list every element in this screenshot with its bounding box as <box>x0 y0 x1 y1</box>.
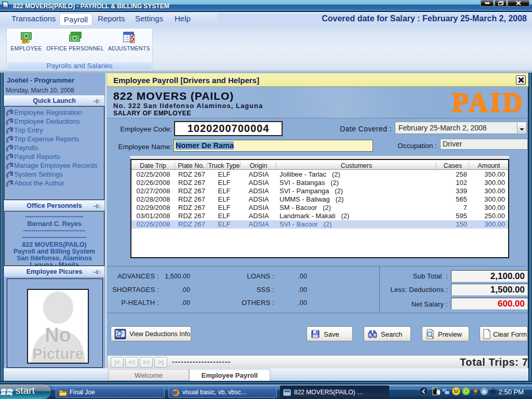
svg-text:a: a <box>483 388 486 394</box>
